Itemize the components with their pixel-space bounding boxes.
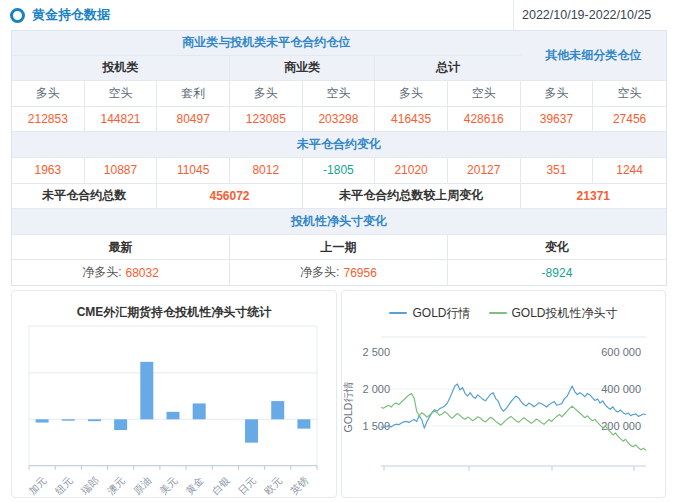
net-change-value: -8924 xyxy=(542,266,573,280)
position-value: 144821 xyxy=(85,107,158,132)
position-value: 203298 xyxy=(303,107,376,132)
positions-table: 商业类与投机类未平仓合约仓位 投机类 商业类 总计 其他未细分类仓位 多头 空头… xyxy=(11,30,667,286)
gold-price-net-position-line-chart[interactable]: 2 5002 0001 500600 000400 000200 000GOLD… xyxy=(342,323,665,495)
subgroup-total: 总计 xyxy=(375,56,520,81)
page-header-left: 黄金持仓数据 xyxy=(0,0,513,30)
table-change-section-row: 未平仓合约变化 xyxy=(12,132,666,158)
bullet-ring-icon xyxy=(10,8,25,23)
col-header: 空头 xyxy=(448,81,521,106)
net-previous-value: 76956 xyxy=(343,266,376,280)
svg-text:瑞郎: 瑞郎 xyxy=(79,475,101,497)
col-header: 多头 xyxy=(12,81,85,106)
legend-net-position-label: GOLD投机性净头寸 xyxy=(512,305,618,322)
legend-gold-price-label: GOLD行情 xyxy=(412,305,470,322)
total-open-interest-value: 456072 xyxy=(157,184,302,209)
net-latest-label: 净多头: xyxy=(82,264,121,281)
total-change-label: 未平仓合约总数较上周变化 xyxy=(303,184,521,209)
svg-text:400 000: 400 000 xyxy=(601,383,641,395)
table-net-values-row: 净多头: 68032 净多头: 76956 -8924 xyxy=(12,260,666,285)
table-column-header-row: 多头 空头 套利 多头 空头 多头 空头 多头 空头 xyxy=(12,81,666,107)
position-value: 212853 xyxy=(12,107,85,132)
svg-text:加元: 加元 xyxy=(27,475,49,497)
net-previous-label: 净多头: xyxy=(300,264,339,281)
bar-chart-card: CME外汇期货持仓投机性净头寸统计 加元纽元瑞郎澳元原油美元黄金白银日元欧元英镑 xyxy=(11,290,337,498)
col-header: 套利 xyxy=(157,81,230,106)
change-value: 1244 xyxy=(593,158,666,183)
change-value: 11045 xyxy=(157,158,230,183)
net-position-swatch-icon xyxy=(489,312,507,315)
svg-text:原油: 原油 xyxy=(131,475,153,497)
change-value: -1805 xyxy=(303,158,376,183)
col-header: 空头 xyxy=(85,81,158,106)
table-change-values-row: 1963 10887 11045 8012 -1805 21020 20127 … xyxy=(12,158,666,184)
svg-text:欧元: 欧元 xyxy=(262,475,284,497)
group-header-other: 其他未细分类仓位 xyxy=(521,31,666,80)
subgroup-commercial: 商业类 xyxy=(230,56,375,81)
net-change-cell: -8924 xyxy=(448,260,666,285)
svg-text:2 500: 2 500 xyxy=(362,346,390,358)
col-header: 空头 xyxy=(593,81,666,106)
total-open-interest-label: 未平仓合约总数 xyxy=(12,184,157,209)
svg-text:纽元: 纽元 xyxy=(53,475,75,497)
svg-text:英镑: 英镑 xyxy=(288,475,310,497)
change-value: 1963 xyxy=(12,158,85,183)
svg-text:GOLD行情: GOLD行情 xyxy=(342,381,354,432)
bar-chart-title: CME外汇期货持仓投机性净头寸统计 xyxy=(12,291,336,321)
page-header: 黄金持仓数据 2022/10/19-2022/10/25 xyxy=(0,0,677,30)
position-value: 80497 xyxy=(157,107,230,132)
col-header: 空头 xyxy=(303,81,376,106)
position-value: 123085 xyxy=(230,107,303,132)
position-value: 428616 xyxy=(448,107,521,132)
net-previous-cell: 净多头: 76956 xyxy=(230,260,448,285)
svg-text:白银: 白银 xyxy=(210,475,232,497)
svg-text:澳元: 澳元 xyxy=(105,475,127,497)
table-group-header-rows: 商业类与投机类未平仓合约仓位 投机类 商业类 总计 其他未细分类仓位 xyxy=(12,31,666,81)
position-value: 416435 xyxy=(375,107,448,132)
table-net-header-row: 最新 上一期 变化 xyxy=(12,235,666,261)
legend-gold-price[interactable]: GOLD行情 xyxy=(389,305,470,322)
change-value: 21020 xyxy=(375,158,448,183)
col-header: 多头 xyxy=(230,81,303,106)
svg-text:黄金: 黄金 xyxy=(184,475,206,497)
svg-text:日元: 日元 xyxy=(236,475,258,497)
net-latest-cell: 净多头: 68032 xyxy=(12,260,230,285)
gold-positions-page: 黄金持仓数据 2022/10/19-2022/10/25 商业类与投机类未平仓合… xyxy=(0,0,677,502)
cme-net-position-bar-chart[interactable]: 加元纽元瑞郎澳元原油美元黄金白银日元欧元英镑 xyxy=(12,321,336,497)
net-latest-value: 68032 xyxy=(125,266,158,280)
position-value: 27456 xyxy=(593,107,666,132)
net-header-change: 变化 xyxy=(448,235,666,260)
legend-net-position[interactable]: GOLD投机性净头寸 xyxy=(489,305,618,322)
date-range: 2022/10/19-2022/10/25 xyxy=(513,0,677,30)
col-header: 多头 xyxy=(375,81,448,106)
net-header-latest: 最新 xyxy=(12,235,230,260)
svg-text:美元: 美元 xyxy=(157,475,179,497)
net-section-title: 投机性净头寸变化 xyxy=(12,209,666,234)
change-section-title: 未平仓合约变化 xyxy=(12,132,666,157)
subgroup-speculative: 投机类 xyxy=(12,56,230,81)
chart-legend: GOLD行情 GOLD投机性净头寸 xyxy=(342,291,665,323)
page-title: 黄金持仓数据 xyxy=(32,6,110,24)
table-net-section-row: 投机性净头寸变化 xyxy=(12,209,666,235)
gold-price-swatch-icon xyxy=(389,312,407,315)
svg-text:1 500: 1 500 xyxy=(362,420,390,432)
total-change-value: 21371 xyxy=(521,184,666,209)
table-total-row: 未平仓合约总数 456072 未平仓合约总数较上周变化 21371 xyxy=(12,184,666,210)
line-chart-card: GOLD行情 GOLD投机性净头寸 2 5002 0001 500600 000… xyxy=(341,290,666,498)
change-value: 10887 xyxy=(85,158,158,183)
change-value: 351 xyxy=(521,158,594,183)
net-header-previous: 上一期 xyxy=(230,235,448,260)
col-header: 多头 xyxy=(521,81,594,106)
position-value: 39637 xyxy=(521,107,594,132)
svg-text:600 000: 600 000 xyxy=(601,346,641,358)
change-value: 20127 xyxy=(448,158,521,183)
svg-text:2 000: 2 000 xyxy=(362,383,390,395)
group-header-main: 商业类与投机类未平仓合约仓位 xyxy=(12,31,521,55)
table-position-values-row: 212853 144821 80497 123085 203298 416435… xyxy=(12,107,666,133)
svg-text:200 000: 200 000 xyxy=(601,420,641,432)
change-value: 8012 xyxy=(230,158,303,183)
